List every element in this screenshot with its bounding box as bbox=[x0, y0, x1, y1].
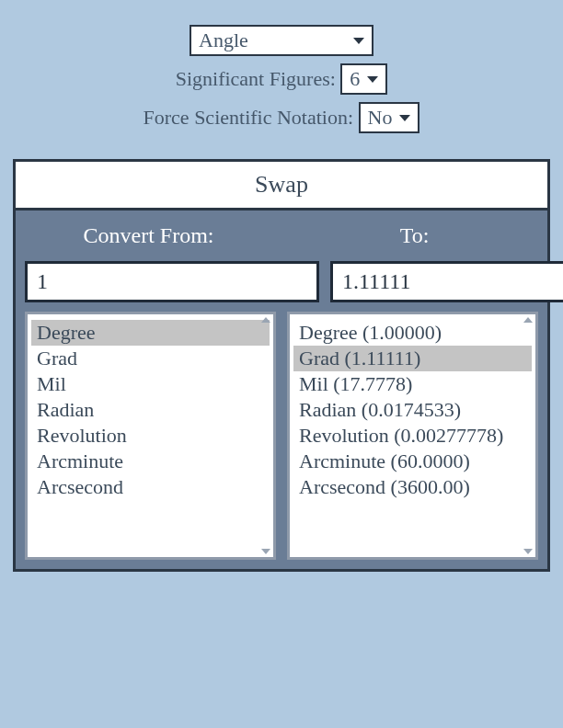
scinot-value: No bbox=[368, 106, 393, 129]
list-row: DegreeGradMilRadianRevolutionArcminuteAr… bbox=[16, 312, 547, 569]
sigfig-dropdown[interactable]: 6 bbox=[340, 63, 387, 95]
scrollbar[interactable] bbox=[522, 317, 534, 554]
scroll-up-icon bbox=[523, 317, 533, 323]
to-value-input[interactable] bbox=[330, 261, 563, 302]
unit-option[interactable]: Grad bbox=[31, 346, 270, 371]
unit-option[interactable]: Arcminute bbox=[31, 449, 270, 474]
unit-option[interactable]: Grad (1.11111) bbox=[293, 346, 532, 371]
unit-option[interactable]: Degree (1.00000) bbox=[293, 320, 532, 346]
sigfig-value: 6 bbox=[350, 67, 360, 90]
unit-option[interactable]: Revolution (0.00277778) bbox=[293, 423, 532, 449]
unit-option[interactable]: Arcminute (60.0000) bbox=[293, 449, 532, 474]
category-value: Angle bbox=[199, 28, 248, 51]
unit-option[interactable]: Arcsecond (3600.00) bbox=[293, 474, 532, 500]
to-unit-list[interactable]: Degree (1.00000)Grad (1.11111)Mil (17.77… bbox=[287, 312, 538, 560]
from-value-input[interactable] bbox=[25, 261, 319, 302]
chevron-down-icon bbox=[367, 76, 378, 83]
input-row bbox=[16, 261, 547, 312]
scinot-dropdown[interactable]: No bbox=[359, 102, 420, 133]
headers: Convert From: To: bbox=[16, 210, 547, 261]
unit-option[interactable]: Mil (17.7778) bbox=[293, 371, 532, 397]
category-row: Angle bbox=[13, 25, 550, 56]
swap-label: Swap bbox=[255, 171, 308, 198]
scroll-up-icon bbox=[261, 317, 270, 323]
unit-option[interactable]: Degree bbox=[31, 320, 270, 346]
unit-option[interactable]: Revolution bbox=[31, 423, 270, 449]
scroll-down-icon bbox=[523, 549, 533, 554]
chevron-down-icon bbox=[353, 38, 364, 44]
scrollbar[interactable] bbox=[259, 317, 272, 554]
chevron-down-icon bbox=[399, 115, 410, 121]
scinot-row: Force Scientific Notation: No bbox=[13, 102, 550, 133]
scinot-label: Force Scientific Notation: bbox=[144, 106, 354, 129]
unit-option[interactable]: Radian bbox=[31, 397, 270, 423]
unit-option[interactable]: Radian (0.0174533) bbox=[293, 397, 532, 423]
to-header: To: bbox=[282, 223, 547, 248]
sigfig-row: Significant Figures: 6 bbox=[13, 63, 550, 95]
unit-option[interactable]: Arcsecond bbox=[31, 474, 270, 500]
sigfig-label: Significant Figures: bbox=[176, 67, 336, 90]
unit-option[interactable]: Mil bbox=[31, 371, 270, 397]
top-controls: Angle Significant Figures: 6 Force Scien… bbox=[13, 13, 550, 154]
from-header: Convert From: bbox=[16, 223, 282, 248]
scroll-down-icon bbox=[261, 549, 270, 554]
swap-button[interactable]: Swap bbox=[16, 162, 547, 210]
converter-panel: Swap Convert From: To: DegreeGradMilRadi… bbox=[13, 159, 550, 572]
from-unit-list[interactable]: DegreeGradMilRadianRevolutionArcminuteAr… bbox=[25, 312, 276, 560]
category-dropdown[interactable]: Angle bbox=[190, 25, 373, 56]
